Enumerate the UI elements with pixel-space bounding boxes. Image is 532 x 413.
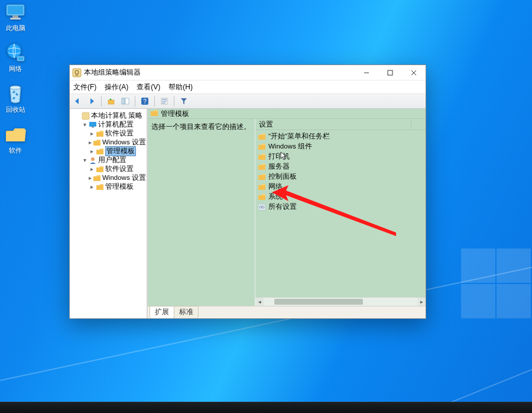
item-label: "开始"菜单和任务栏 [268,132,330,141]
help-button[interactable]: ? [138,95,151,107]
desktop-icon-software-folder[interactable]: 软件 [1,125,30,155]
expand-icon[interactable]: ▸ [89,175,92,181]
folder-icon [258,133,266,141]
collapse-icon[interactable]: ▾ [82,122,87,128]
gpedit-icon [82,112,90,120]
folder-icon [96,165,104,173]
tree-computer-windows-settings[interactable]: ▸ Windows 设置 [70,138,147,147]
tab-extended[interactable]: 扩展 [150,306,174,318]
item-start-menu-taskbar[interactable]: "开始"菜单和任务栏 [258,131,423,141]
svg-marker-24 [96,131,103,132]
desktop-icon-this-pc[interactable]: 此电脑 [1,2,30,33]
svg-rect-16 [125,98,129,104]
folder-icon [150,109,158,118]
content-header-title: 管理模板 [161,109,189,118]
tab-standard[interactable]: 标准 [174,306,199,318]
description-column: 选择一个项目来查看它的描述。 [148,119,255,306]
policy-tree[interactable]: 本地计算机 策略 ▾ 计算机配置 [70,111,147,191]
item-control-panel[interactable]: 控制面板 [258,172,423,182]
expand-icon[interactable]: ▸ [89,166,95,172]
folder-icon [258,173,266,181]
expand-icon[interactable]: ▸ [89,131,95,137]
svg-rect-34 [96,185,103,190]
menu-action[interactable]: 操作(A) [105,82,128,92]
item-printers[interactable]: 打印机 [258,151,423,162]
svg-rect-6 [18,57,23,60]
tree-computer-software-settings[interactable]: ▸ 软件设置 [70,129,147,138]
svg-marker-45 [258,164,265,165]
folder-icon [93,174,101,182]
close-button[interactable] [402,65,426,80]
menu-help[interactable]: 帮助(H) [168,82,193,92]
folder-icon [258,193,266,201]
item-all-settings[interactable]: 所有设置 [258,202,423,212]
tree-user-config[interactable]: ▾ 用户配置 [70,156,147,164]
item-system[interactable]: 系统 [258,192,423,202]
item-label: 控制面板 [268,172,297,181]
items-column-header[interactable]: 设置 [255,119,426,130]
collapse-icon[interactable]: ▾ [82,157,87,163]
horizontal-scrollbar[interactable]: ◂ ▸ [255,297,426,306]
scroll-left-button[interactable]: ◂ [255,298,264,306]
desktop-icon-label: 网络 [9,64,22,73]
svg-rect-23 [96,132,103,137]
item-label: 系统 [268,192,283,201]
minimize-button[interactable] [355,65,378,80]
expand-icon[interactable]: ▸ [89,140,92,146]
desktop-icon-label: 此电脑 [6,24,25,33]
taskbar[interactable] [0,402,532,413]
svg-marker-41 [258,144,265,145]
item-network[interactable]: 网络 [258,182,423,192]
svg-marker-47 [258,174,265,175]
svg-rect-32 [93,176,100,181]
scroll-track[interactable] [264,298,417,306]
filter-button[interactable] [177,95,190,107]
svg-rect-15 [122,98,125,104]
svg-rect-38 [258,135,265,140]
window-body: 本地计算机 策略 ▾ 计算机配置 [70,109,426,318]
svg-rect-13 [388,70,392,75]
properties-button[interactable] [158,95,171,107]
forward-button[interactable] [85,95,98,107]
show-hide-tree-button[interactable] [119,95,132,107]
item-label: Windows 组件 [268,142,312,151]
desktop-icon-network[interactable]: 网络 [1,43,30,73]
svg-marker-28 [96,149,103,150]
tree-label: 管理模板 [105,182,134,191]
column-header-settings: 设置 [259,120,411,129]
desktop-icon-label: 软件 [9,146,22,155]
tree-user-windows-settings[interactable]: ▸ Windows 设置 [70,173,147,182]
expand-icon[interactable]: ▸ [89,184,95,190]
monitor-icon [4,2,27,22]
menu-view[interactable]: 查看(V) [137,82,160,92]
tree-user-software-settings[interactable]: ▸ 软件设置 [70,164,147,173]
scroll-right-button[interactable]: ▸ [417,298,426,306]
tree-label: Windows 设置 [102,173,146,182]
item-servers[interactable]: 服务器 [258,162,423,172]
folder-icon [258,183,266,191]
maximize-button[interactable] [378,65,402,80]
svg-marker-49 [258,184,265,185]
folder-icon [93,138,101,147]
back-button[interactable] [71,95,84,107]
tree-root-local-policy[interactable]: 本地计算机 策略 [70,111,147,120]
svg-point-4 [7,44,21,58]
scroll-thumb[interactable] [274,299,363,305]
svg-rect-48 [258,185,265,190]
up-folder-button[interactable] [105,95,118,107]
tree-computer-admin-templates[interactable]: ▸ 管理模板 [70,147,147,156]
tree-computer-config[interactable]: ▾ 计算机配置 [70,120,147,129]
svg-rect-20 [82,112,89,120]
item-label: 网络 [268,182,283,191]
svg-marker-35 [96,184,103,185]
expand-icon[interactable]: ▸ [89,149,95,154]
tree-user-admin-templates[interactable]: ▸ 管理模板 [70,182,147,191]
svg-rect-42 [258,155,265,160]
tree-label: 本地计算机 策略 [91,111,142,120]
item-label: 所有设置 [268,202,297,211]
item-windows-components[interactable]: Windows 组件 [258,141,423,151]
folder-icon [96,183,104,191]
menu-file[interactable]: 文件(F) [73,82,96,92]
toolbar: ? [70,94,426,109]
desktop-icon-recycle-bin[interactable]: 回收站 [1,84,30,114]
